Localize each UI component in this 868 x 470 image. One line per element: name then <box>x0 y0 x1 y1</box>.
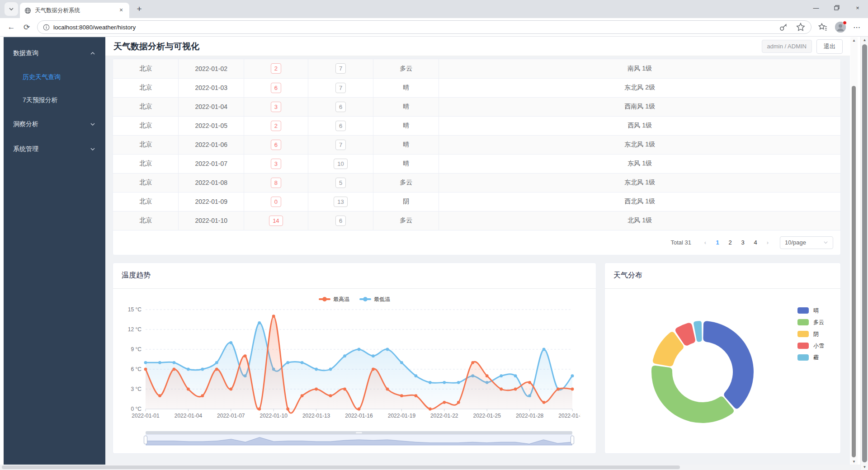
table-row: 北京 2022-01-08 8 5 多云 东北风 1级 <box>113 173 840 192</box>
cell-city: 北京 <box>113 135 179 154</box>
favorite-star-icon[interactable] <box>796 22 806 32</box>
grip-icon <box>356 432 362 433</box>
tab-title: 天气数据分析系统 <box>35 7 114 14</box>
sidebar-group-label: 系统管理 <box>13 145 38 153</box>
datazoom-track[interactable] <box>146 434 572 446</box>
more-menu-icon[interactable]: ⋯ <box>853 23 861 32</box>
cell-high-temp: 14 <box>244 211 308 230</box>
cell-date: 2022-01-04 <box>179 97 244 116</box>
pagination: Total 31 ‹ 1234 › 10/page <box>113 230 840 255</box>
address-bar[interactable]: localhost:8080/weather/history <box>37 20 811 34</box>
pagination-total: Total 31 <box>670 239 691 246</box>
page-scrollbar-thumb[interactable] <box>852 86 856 457</box>
page-number-2[interactable]: 2 <box>724 236 736 249</box>
table-row: 北京 2022-01-04 3 6 晴 西南风 1级 <box>113 97 840 116</box>
sidebar-group-label: 数据查询 <box>13 49 38 57</box>
horizontal-scrollbar[interactable] <box>0 465 860 470</box>
tab-search-button[interactable] <box>5 2 18 16</box>
page-size-value: 10/page <box>785 239 806 246</box>
page-number-3[interactable]: 3 <box>736 236 749 249</box>
close-button[interactable]: × <box>847 0 868 15</box>
horizontal-scrollbar-thumb[interactable] <box>2 465 680 469</box>
password-key-icon[interactable] <box>778 22 788 32</box>
new-tab-button[interactable]: + <box>133 3 146 15</box>
datazoom-left-handle[interactable] <box>144 436 147 444</box>
sidebar-item-7day-forecast[interactable]: 7天预报分析 <box>4 89 105 112</box>
scroll-down-icon[interactable]: ▼ <box>850 458 858 465</box>
weather-table: 北京 2022-01-02 2 7 多云 南风 1级 北京 2022-01-03… <box>113 59 840 230</box>
sidebar-item-history-weather[interactable]: 历史天气查询 <box>4 66 105 89</box>
minimize-button[interactable]: — <box>806 0 826 15</box>
svg-text:2022-01-31: 2022-01-31 <box>558 413 580 419</box>
page-info-icon[interactable] <box>43 24 50 31</box>
pie-legend-item-多云[interactable]: 多云 <box>797 319 824 326</box>
cell-date: 2022-01-06 <box>179 135 244 154</box>
svg-text:2022-01-16: 2022-01-16 <box>345 413 373 419</box>
low-temp-badge: 6 <box>335 121 346 131</box>
restore-icon <box>834 5 840 10</box>
url-text[interactable]: localhost:8080/weather/history <box>53 24 136 31</box>
back-button[interactable]: ← <box>5 20 18 34</box>
legend-item-最高温[interactable]: 最高温 <box>319 296 349 303</box>
cell-low-temp: 6 <box>308 116 373 135</box>
page-header: 天气数据分析与可视化 admin / ADMIN 退出 <box>105 37 850 56</box>
table-row: 北京 2022-01-07 3 10 晴 东风 1级 <box>113 154 840 173</box>
restore-button[interactable] <box>826 0 847 15</box>
sidebar-group-data-query[interactable]: 数据查询 <box>4 41 105 66</box>
page-scrollbar[interactable]: ▲ ▼ <box>850 37 858 465</box>
donut-slice-晴[interactable] <box>703 321 754 409</box>
card-title: 天气分布 <box>605 263 840 289</box>
datazoom-right-handle[interactable] <box>571 436 574 444</box>
cell-high-temp: 8 <box>244 173 308 192</box>
donut-slice-多云[interactable] <box>651 365 734 423</box>
pie-legend-item-晴[interactable]: 晴 <box>797 307 824 315</box>
low-temp-badge: 7 <box>335 140 346 150</box>
table-row: 北京 2022-01-09 0 13 阴 西北风 1级 <box>113 192 840 211</box>
collections-icon[interactable] <box>818 22 828 32</box>
cell-high-temp: 3 <box>244 97 308 116</box>
prev-page-button[interactable]: ‹ <box>699 239 711 246</box>
cell-date: 2022-01-03 <box>179 78 244 97</box>
weather-table-body: 北京 2022-01-02 2 7 多云 南风 1级 北京 2022-01-03… <box>113 59 840 230</box>
page-size-select[interactable]: 10/page <box>780 236 833 249</box>
svg-text:2022-01-28: 2022-01-28 <box>516 413 544 419</box>
chevron-up-icon <box>90 51 95 56</box>
browser-scrollbar-thumb[interactable] <box>862 44 867 462</box>
cell-low-temp: 7 <box>308 135 373 154</box>
sidebar-item-label: 7天预报分析 <box>23 96 58 104</box>
next-page-button[interactable]: › <box>762 239 774 246</box>
cell-low-temp: 5 <box>308 173 373 192</box>
donut-slice-阴[interactable] <box>653 332 684 366</box>
logout-button[interactable]: 退出 <box>816 39 843 54</box>
profile-avatar[interactable] <box>835 22 846 33</box>
browser-scrollbar[interactable]: ▲ ▼ <box>860 37 868 470</box>
page-number-4[interactable]: 4 <box>749 236 762 249</box>
cell-weather: 多云 <box>373 59 439 78</box>
pie-legend-item-阴[interactable]: 阴 <box>797 330 824 338</box>
cell-weather: 晴 <box>373 97 439 116</box>
cell-date: 2022-01-05 <box>179 116 244 135</box>
reload-button[interactable]: ⟳ <box>20 20 33 34</box>
cell-weather: 晴 <box>373 154 439 173</box>
datazoom-slider[interactable] <box>146 431 572 446</box>
scroll-down-icon[interactable]: ▼ <box>861 464 868 470</box>
sidebar: 数据查询 历史天气查询 7天预报分析 洞察分析 系统管理 <box>4 37 105 465</box>
cell-city: 北京 <box>113 59 179 78</box>
scroll-up-icon[interactable]: ▲ <box>861 37 868 43</box>
tab-close-icon[interactable]: × <box>118 7 125 14</box>
toolbar-right-cluster: ⋯ <box>815 22 863 33</box>
sidebar-group-system[interactable]: 系统管理 <box>4 136 105 161</box>
scroll-up-icon[interactable]: ▲ <box>850 37 858 43</box>
cell-high-temp: 6 <box>244 135 308 154</box>
notification-dot <box>843 21 847 25</box>
pie-legend-item-小雪[interactable]: 小雪 <box>797 342 824 350</box>
legend-item-最低温[interactable]: 最低温 <box>359 296 390 303</box>
svg-text:6 °C: 6 °C <box>131 366 142 372</box>
high-temp-badge: 3 <box>271 102 281 112</box>
datazoom-move-handle[interactable] <box>146 431 572 434</box>
svg-text:12 °C: 12 °C <box>128 326 142 333</box>
sidebar-group-insight[interactable]: 洞察分析 <box>4 112 105 136</box>
pie-legend-item-霾[interactable]: 霾 <box>797 354 824 362</box>
browser-tab[interactable]: 天气数据分析系统 × <box>20 3 129 18</box>
page-number-1[interactable]: 1 <box>711 236 724 249</box>
